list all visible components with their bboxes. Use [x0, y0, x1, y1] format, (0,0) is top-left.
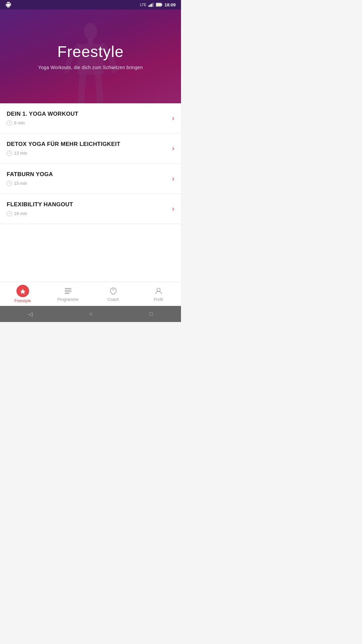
- workout-item[interactable]: FLEXIBILITY HANGOUT 16 min ›: [0, 194, 181, 224]
- home-button[interactable]: ○: [82, 308, 99, 320]
- nav-label-coach: Coach: [107, 297, 119, 302]
- hero-section: Freestyle Yoga Workouts, die dich zum Sc…: [0, 9, 181, 103]
- workout-duration: 6 min: [7, 120, 168, 126]
- bottom-nav: Freestyle Programme Coach Profil: [0, 282, 181, 306]
- nav-item-programme[interactable]: Programme: [45, 282, 90, 306]
- programme-nav-icon: [63, 286, 73, 296]
- chevron-right-icon: ›: [172, 144, 174, 153]
- workout-duration: 15 min: [7, 181, 168, 186]
- freestyle-nav-icon: [16, 285, 29, 297]
- status-bar-right: LTE ⚡ 18:09: [140, 2, 176, 7]
- svg-rect-2: [151, 4, 152, 7]
- nav-item-freestyle[interactable]: Freestyle: [0, 282, 45, 306]
- duration-text: 16 min: [14, 211, 27, 216]
- battery-icon: ⚡: [156, 2, 163, 7]
- duration-text: 15 min: [14, 181, 27, 186]
- svg-point-17: [157, 288, 160, 291]
- workout-item[interactable]: FATBURN YOGA 15 min ›: [0, 164, 181, 194]
- workout-item-content: DETOX YOGA FÜR MEHR LEICHTIGKEIT 13 min: [7, 141, 168, 156]
- signal-icon: [148, 2, 154, 7]
- chevron-right-icon: ›: [172, 205, 174, 213]
- back-button[interactable]: ◁: [22, 308, 39, 320]
- svg-rect-3: [153, 3, 154, 7]
- svg-rect-13: [65, 290, 71, 290]
- workout-name: FATBURN YOGA: [7, 171, 168, 178]
- hero-subtitle: Yoga Workouts, die dich zum Schwitzen br…: [38, 65, 143, 70]
- workout-name: DETOX YOGA FÜR MEHR LEICHTIGKEIT: [7, 141, 168, 148]
- clock-icon: [7, 120, 12, 126]
- svg-rect-5: [161, 4, 162, 6]
- duration-text: 6 min: [14, 120, 25, 125]
- workout-duration: 13 min: [7, 151, 168, 156]
- nav-item-coach[interactable]: Coach: [90, 282, 136, 306]
- workout-item-content: FATBURN YOGA 15 min: [7, 171, 168, 186]
- duration-text: 13 min: [14, 151, 27, 156]
- nav-label-programme: Programme: [57, 297, 78, 302]
- workout-name: DEIN 1. YOGA WORKOUT: [7, 111, 168, 117]
- workout-item-content: DEIN 1. YOGA WORKOUT 6 min: [7, 111, 168, 125]
- workout-name: FLEXIBILITY HANGOUT: [7, 201, 168, 208]
- nav-item-profil[interactable]: Profil: [136, 282, 181, 306]
- workout-duration: 16 min: [7, 211, 168, 216]
- android-logo-icon: [5, 2, 11, 8]
- profil-nav-icon: [154, 286, 163, 296]
- hero-title: Freestyle: [38, 43, 143, 61]
- chevron-right-icon: ›: [172, 114, 174, 123]
- svg-point-16: [112, 288, 115, 290]
- lte-indicator: LTE: [140, 3, 146, 7]
- svg-rect-0: [148, 5, 149, 7]
- android-nav-bar: ◁ ○ □: [0, 306, 181, 322]
- status-time: 18:09: [165, 2, 176, 7]
- workout-item-content: FLEXIBILITY HANGOUT 16 min: [7, 201, 168, 216]
- svg-text:⚡: ⚡: [157, 3, 160, 6]
- status-bar: LTE ⚡ 18:09: [0, 0, 181, 9]
- status-bar-left: [5, 2, 11, 8]
- recent-button[interactable]: □: [143, 308, 160, 320]
- chevron-right-icon: ›: [172, 174, 174, 183]
- nav-label-profil: Profil: [154, 297, 163, 302]
- clock-icon: [7, 181, 12, 186]
- clock-icon: [7, 211, 12, 216]
- hero-content: Freestyle Yoga Workouts, die dich zum Sc…: [32, 36, 149, 77]
- svg-rect-1: [150, 4, 151, 7]
- svg-rect-12: [65, 288, 71, 289]
- nav-label-freestyle: Freestyle: [14, 299, 31, 303]
- workout-item[interactable]: DEIN 1. YOGA WORKOUT 6 min ›: [0, 103, 181, 133]
- workout-list: DEIN 1. YOGA WORKOUT 6 min › DETOX YOGA …: [0, 103, 181, 282]
- svg-rect-15: [65, 293, 69, 294]
- clock-icon: [7, 151, 12, 156]
- workout-item[interactable]: DETOX YOGA FÜR MEHR LEICHTIGKEIT 13 min …: [0, 133, 181, 164]
- coach-nav-icon: [109, 286, 118, 296]
- svg-rect-14: [65, 291, 71, 292]
